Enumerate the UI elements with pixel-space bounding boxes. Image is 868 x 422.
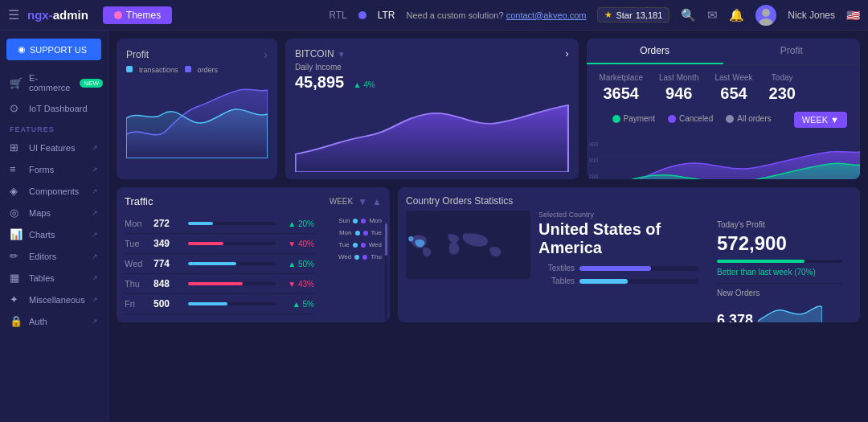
traffic-day: Thu bbox=[125, 279, 147, 289]
sidebar-item-ecommerce[interactable]: 🛒 E-commerce NEW bbox=[0, 68, 108, 97]
week-button[interactable]: WEEK ▼ bbox=[794, 112, 847, 128]
sidebar-item-iot[interactable]: ⊙ IoT Dashboard bbox=[0, 97, 108, 119]
sidebar-item-label: IoT Dashboard bbox=[29, 104, 88, 113]
traffic-expand-icon[interactable]: ▼ bbox=[358, 196, 367, 207]
traffic-bar bbox=[188, 262, 236, 265]
iot-icon: ⊙ bbox=[10, 102, 23, 114]
bell-icon[interactable]: 🔔 bbox=[729, 8, 744, 23]
traffic-scrollbar[interactable] bbox=[385, 223, 387, 322]
sidebar-item-ui-features[interactable]: ⊞ UI Features ↗ bbox=[0, 137, 108, 158]
bitcoin-dropdown-icon[interactable]: ▼ bbox=[338, 50, 346, 59]
selected-country-panel: Selected Country United States of Americ… bbox=[538, 211, 699, 279]
sidebar-item-charts[interactable]: 📊 Charts ↗ bbox=[0, 223, 108, 245]
traffic-bar-wrap bbox=[188, 302, 276, 305]
week-label: WEEK bbox=[802, 115, 828, 125]
traffic-pct: ▼ 40% bbox=[282, 240, 314, 248]
star-label: Star bbox=[616, 10, 632, 20]
bitcoin-title: BITCOIN ▼ bbox=[295, 48, 346, 59]
custom-message: Need a custom solution? contact@akveo.co… bbox=[407, 10, 587, 20]
ltr-dot-icon bbox=[358, 11, 366, 19]
today-profit-subtitle: Better than last week (70%) bbox=[717, 268, 842, 277]
sidebar: ◉ SUPPORT US 🛒 E-commerce NEW ⊙ IoT Dash… bbox=[0, 31, 108, 422]
today-value: 230 bbox=[769, 84, 796, 103]
sidebar-item-editors[interactable]: ✏ Editors ↗ bbox=[0, 245, 108, 267]
star-count: 13,181 bbox=[636, 10, 663, 20]
tab-orders[interactable]: Orders bbox=[587, 39, 723, 64]
legend-all-orders: All orders bbox=[726, 114, 771, 123]
all-orders-color bbox=[726, 115, 734, 123]
traffic-val: 272 bbox=[154, 218, 182, 229]
sidebar-item-label: E-commerce bbox=[29, 73, 70, 92]
spark-row: Sun Mon bbox=[317, 217, 382, 224]
ltr-label[interactable]: LTR bbox=[378, 10, 395, 21]
app-logo: ngx-admin bbox=[27, 8, 88, 22]
tables-icon: ▦ bbox=[10, 272, 23, 284]
spark-row: Mon Tue bbox=[317, 229, 382, 236]
top-nav: ☰ ngx-admin Themes RTL LTR Need a custom… bbox=[0, 0, 868, 31]
sidebar-item-label: Components bbox=[29, 186, 79, 196]
features-section-label: FEATURES bbox=[0, 119, 108, 137]
last-month-value: 946 bbox=[659, 84, 698, 103]
user-name[interactable]: Nick Jones bbox=[788, 10, 835, 21]
traffic-title: Traffic bbox=[125, 195, 153, 207]
mail-icon[interactable]: ✉ bbox=[707, 8, 718, 23]
themes-button[interactable]: Themes bbox=[103, 6, 172, 24]
sidebar-item-misc[interactable]: ✦ Miscellaneous ↗ bbox=[0, 289, 108, 310]
canceled-label: Canceled bbox=[679, 114, 713, 123]
charts-icon: 📊 bbox=[10, 228, 23, 240]
sidebar-item-label: Charts bbox=[29, 230, 55, 240]
sidebar-item-maps[interactable]: ◎ Maps ↗ bbox=[0, 202, 108, 223]
spark-dot1 bbox=[354, 255, 359, 260]
daily-income-value: 45,895 bbox=[295, 73, 344, 91]
spark-dot2 bbox=[361, 219, 366, 223]
rtl-label[interactable]: RTL bbox=[329, 10, 346, 21]
last-week-value: 654 bbox=[714, 84, 752, 103]
profit-legend: transactions orders bbox=[126, 66, 268, 74]
week-dropdown-icon: ▼ bbox=[830, 115, 839, 125]
profit-title-label: Profit bbox=[126, 49, 149, 60]
tab-profit[interactable]: Profit bbox=[723, 39, 860, 64]
spark-label2: Wed bbox=[369, 241, 382, 248]
avatar[interactable] bbox=[755, 5, 776, 26]
today-label: Today bbox=[769, 73, 796, 82]
nav-links: RTL LTR Need a custom solution? contact@… bbox=[329, 5, 860, 26]
traffic-header: Traffic WEEK ▼ ▲ bbox=[125, 195, 382, 207]
top-row: Profit › transactions orders bbox=[117, 39, 860, 179]
traffic-val: 349 bbox=[154, 238, 182, 249]
spark-dot2 bbox=[363, 231, 368, 236]
today-profit-progress-fill bbox=[717, 260, 805, 263]
bitcoin-chart bbox=[295, 92, 569, 172]
profit-arrow-icon[interactable]: › bbox=[264, 48, 268, 61]
star-button[interactable]: ★ Star 13,181 bbox=[597, 7, 669, 23]
forms-icon: ≡ bbox=[10, 163, 23, 175]
traffic-bar bbox=[188, 222, 213, 225]
sidebar-item-tables[interactable]: ▦ Tables ↗ bbox=[0, 267, 108, 289]
spark-label: Tue bbox=[338, 241, 350, 248]
external-icon: ↗ bbox=[92, 231, 98, 239]
traffic-bar-wrap bbox=[188, 222, 276, 225]
all-orders-label: All orders bbox=[737, 114, 771, 123]
custom-link[interactable]: contact@akveo.com bbox=[506, 10, 587, 20]
search-icon[interactable]: 🔍 bbox=[681, 8, 696, 23]
svg-text:200: 200 bbox=[588, 173, 597, 179]
sidebar-item-auth[interactable]: 🔒 Auth ↗ bbox=[0, 310, 108, 332]
traffic-bar bbox=[188, 302, 227, 305]
payment-label: Payment bbox=[624, 114, 655, 123]
legend-canceled: Canceled bbox=[668, 114, 713, 123]
sidebar-item-components[interactable]: ◈ Components ↗ bbox=[0, 180, 108, 202]
legend-payment: Payment bbox=[612, 114, 655, 123]
sidebar-item-forms[interactable]: ≡ Forms ↗ bbox=[0, 158, 108, 180]
sidebar-item-label: Tables bbox=[29, 273, 55, 283]
traffic-row-wed: Wed 774 ▲ 50% bbox=[125, 254, 314, 274]
external-icon: ↗ bbox=[92, 318, 98, 326]
last-week-label: Last Week bbox=[714, 73, 752, 82]
maps-icon: ◎ bbox=[10, 207, 23, 219]
support-button[interactable]: ◉ SUPPORT US bbox=[6, 39, 101, 60]
spark-label2: Mon bbox=[369, 217, 382, 224]
hamburger-icon[interactable]: ☰ bbox=[8, 7, 19, 23]
traffic-day: Mon bbox=[125, 219, 147, 228]
bitcoin-arrow-icon[interactable]: › bbox=[566, 48, 569, 59]
traffic-up-icon[interactable]: ▲ bbox=[372, 196, 382, 207]
textiles-bar-row: Textiles bbox=[538, 264, 699, 272]
daily-income-row: 45,895 ▲ 4% bbox=[295, 73, 569, 92]
